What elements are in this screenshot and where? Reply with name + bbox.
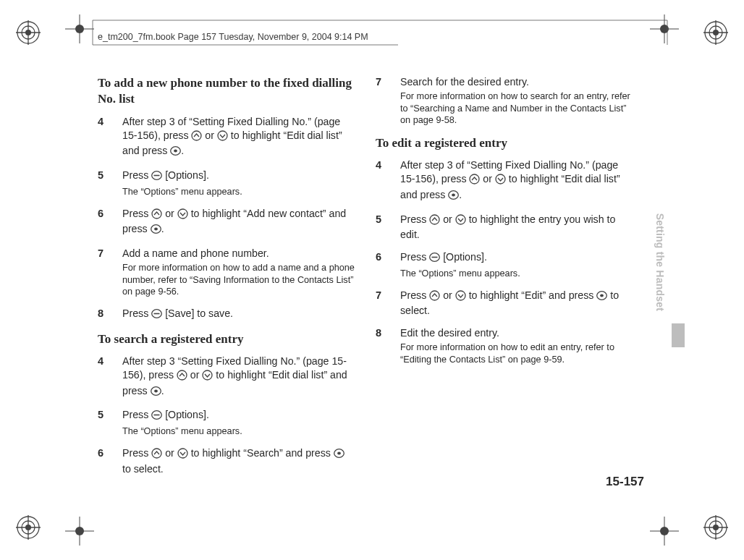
step-5b: 5 Press [Options]. The “Options” menu ap… [98, 408, 355, 438]
registration-mark-icon [703, 515, 728, 540]
step-text: Press [122, 307, 151, 319]
step-text: . [459, 189, 462, 200]
step-4r: 4 After step 3 of “Setting Fixed Diallin… [376, 158, 633, 203]
step-number: 6 [98, 207, 122, 238]
nav-down-icon [217, 130, 228, 145]
step-text: to highlight “Search” and press [188, 447, 334, 459]
step-number: 8 [376, 326, 400, 365]
softkey-icon [429, 252, 440, 266]
step-text: Press [122, 409, 151, 420]
step-number: 4 [98, 355, 122, 399]
step-text: . [161, 223, 164, 234]
step-number: 8 [98, 307, 122, 323]
step-text: Press [400, 251, 429, 263]
step-text: Search for the desired entry. [400, 75, 633, 89]
step-7br: 7 Press or to highlight “Edit” and press… [376, 289, 633, 318]
softkey-icon [151, 410, 162, 424]
step-subtext: For more information on how to edit an e… [400, 341, 633, 366]
step-number: 4 [376, 158, 400, 203]
nav-down-icon [202, 370, 213, 384]
nav-up-icon [151, 208, 162, 223]
step-text: Edit the desired entry. [400, 326, 633, 340]
softkey-icon [151, 308, 162, 323]
heading-edit-entry: To edit a registered entry [376, 135, 633, 151]
header-frame [87, 14, 673, 51]
step-text: Press [122, 447, 151, 459]
step-subtext: For more information on how to search fo… [400, 90, 633, 127]
step-text: Press [400, 289, 429, 301]
nav-up-icon [429, 214, 440, 229]
registration-mark-icon [16, 515, 41, 540]
page-content: To add a new phone number to the fixed d… [98, 75, 648, 484]
step-text: Add a name and phone number. [122, 247, 355, 260]
step-4b: 4 After step 3 “Setting Fixed Dialling N… [98, 355, 355, 399]
step-6r: 6 Press [Options]. The “Options” menu ap… [376, 250, 633, 280]
center-key-icon [448, 190, 459, 204]
step-7: 7 Add a name and phone number. For more … [98, 247, 355, 298]
crop-mark-icon [650, 517, 679, 546]
center-key-icon [170, 145, 181, 160]
softkey-icon [151, 170, 162, 184]
step-text: . [181, 145, 184, 156]
step-subtext: The “Options” menu appears. [122, 425, 355, 438]
step-6b: 6 Press or to highlight “Search” and pre… [98, 446, 355, 475]
step-text: or [162, 208, 177, 219]
center-key-icon [334, 448, 344, 462]
step-text: Press [400, 213, 429, 225]
step-text: to highlight “Edit” and press [466, 289, 597, 301]
nav-up-icon [469, 174, 480, 188]
registration-mark-icon [703, 20, 728, 45]
step-number: 5 [376, 213, 400, 242]
side-tab-marker [672, 323, 685, 347]
step-text: or [440, 213, 455, 225]
nav-up-icon [151, 448, 162, 462]
step-text: [Options]. [440, 251, 487, 263]
step-text: to select. [122, 463, 164, 475]
step-text: or [480, 173, 495, 184]
step-text: or [202, 130, 217, 141]
step-4: 4 After step 3 of “Setting Fixed Diallin… [98, 115, 355, 160]
registration-mark-icon [16, 20, 41, 45]
step-number: 5 [98, 408, 122, 438]
step-8r: 8 Edit the desired entry. For more infor… [376, 326, 633, 365]
step-text: [Save] to save. [162, 307, 233, 319]
step-text: or [162, 447, 177, 459]
step-text: Press [122, 169, 151, 181]
center-key-icon [596, 290, 607, 305]
nav-down-icon [455, 214, 466, 229]
step-text: Press [122, 208, 151, 219]
crop-mark-icon [65, 517, 94, 546]
step-number: 6 [98, 446, 122, 475]
nav-up-icon [429, 290, 440, 305]
step-number: 5 [98, 169, 122, 198]
page-number: 15-157 [606, 475, 644, 489]
step-5r: 5 Press or to highlight the entry you wi… [376, 213, 633, 242]
heading-search-entry: To search a registered entry [98, 331, 355, 347]
step-8: 8 Press [Save] to save. [98, 307, 355, 323]
step-text: or [440, 289, 455, 301]
step-text: . [161, 385, 164, 396]
nav-down-icon [455, 290, 466, 305]
step-7r: 7 Search for the desired entry. For more… [376, 75, 633, 127]
step-text: [Options]. [162, 169, 209, 181]
step-number: 7 [98, 247, 122, 298]
step-subtext: For more information on how to add a nam… [122, 262, 355, 298]
nav-down-icon [177, 448, 188, 462]
column-left: To add a new phone number to the fixed d… [98, 75, 355, 484]
side-tab-label: Setting the Handset [654, 213, 666, 311]
step-text: [Options]. [162, 409, 209, 420]
step-6: 6 Press or to highlight “Add new contact… [98, 207, 355, 238]
step-5: 5 Press [Options]. The “Options” menu ap… [98, 169, 355, 198]
nav-down-icon [177, 208, 188, 223]
column-right: 7 Search for the desired entry. For more… [376, 75, 633, 484]
step-number: 7 [376, 289, 400, 318]
center-key-icon [151, 224, 161, 238]
heading-add-phone: To add a new phone number to the fixed d… [98, 75, 355, 108]
nav-up-icon [191, 130, 202, 145]
nav-up-icon [177, 370, 187, 384]
center-key-icon [151, 386, 161, 400]
step-number: 7 [376, 75, 400, 127]
step-subtext: The “Options” menu appears. [122, 186, 355, 198]
step-text: or [187, 369, 203, 381]
step-subtext: The “Options” menu appears. [400, 268, 633, 280]
